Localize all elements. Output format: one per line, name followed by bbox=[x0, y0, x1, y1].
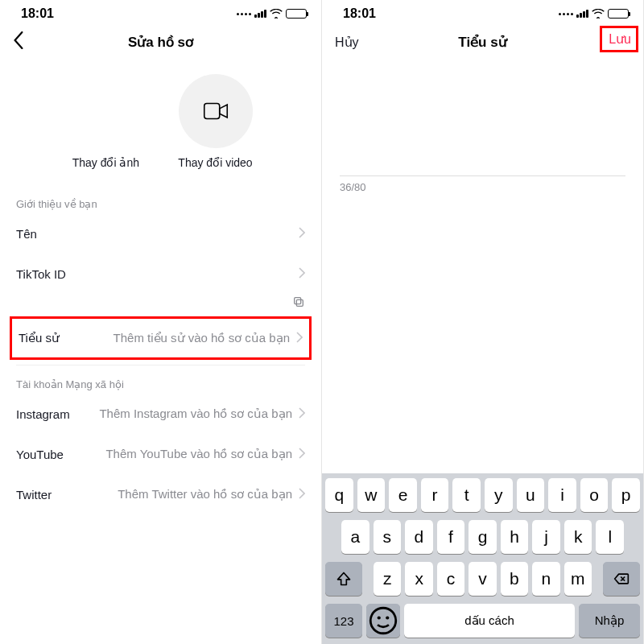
row-twitter[interactable]: Twitter Thêm Twitter vào hồ sơ của bạn bbox=[16, 474, 305, 514]
key-e[interactable]: e bbox=[389, 478, 417, 512]
chevron-right-icon bbox=[299, 488, 305, 502]
shift-icon bbox=[336, 571, 352, 587]
key-g[interactable]: g bbox=[469, 520, 497, 554]
wifi-icon bbox=[592, 9, 605, 19]
change-video-button[interactable]: Thay đổi video bbox=[178, 74, 252, 169]
key-z[interactable]: z bbox=[374, 562, 401, 596]
row-name-label: Tên bbox=[16, 227, 37, 241]
change-video-label: Thay đổi video bbox=[178, 156, 252, 169]
key-c[interactable]: c bbox=[437, 562, 464, 596]
battery-icon bbox=[608, 9, 629, 19]
key-d[interactable]: d bbox=[405, 520, 433, 554]
spacer bbox=[322, 196, 643, 473]
keyboard: qwertyuiop asdfghjkl zxcvbnm 123 dấu các… bbox=[322, 473, 643, 644]
key-b[interactable]: b bbox=[501, 562, 528, 596]
enter-key[interactable]: Nhập bbox=[579, 604, 640, 638]
keyboard-row-2: asdfghjkl bbox=[325, 520, 640, 554]
row-instagram-placeholder: Thêm Instagram vào hồ sơ của bạn bbox=[70, 407, 299, 421]
key-m[interactable]: m bbox=[564, 562, 592, 596]
screen-bio-editor: 18:01 Hủy Tiểu sử Lưu 36/80 qwertyuiop a… bbox=[322, 0, 644, 644]
chevron-right-icon bbox=[299, 227, 305, 241]
bio-counter: 36/80 bbox=[340, 181, 625, 193]
key-n[interactable]: n bbox=[532, 562, 559, 596]
key-h[interactable]: h bbox=[501, 520, 529, 554]
chevron-right-icon bbox=[299, 407, 305, 421]
avatar-placeholder bbox=[68, 74, 142, 148]
divider bbox=[340, 175, 625, 176]
change-photo-button[interactable]: Thay đổi ảnh bbox=[68, 74, 142, 169]
key-f[interactable]: f bbox=[437, 520, 465, 554]
bio-input[interactable] bbox=[340, 71, 625, 175]
key-y[interactable]: y bbox=[485, 478, 513, 512]
svg-point-3 bbox=[370, 608, 396, 634]
keyboard-row-1: qwertyuiop bbox=[325, 478, 640, 512]
save-button[interactable]: Lưu bbox=[609, 32, 631, 46]
media-row: Thay đổi ảnh Thay đổi video bbox=[0, 60, 321, 188]
copy-id-button[interactable] bbox=[0, 294, 321, 315]
copy-icon bbox=[292, 295, 305, 308]
emoji-key[interactable] bbox=[366, 604, 400, 638]
key-q[interactable]: q bbox=[325, 478, 353, 512]
signal-dots-icon bbox=[237, 13, 251, 15]
signal-dots-icon bbox=[559, 13, 573, 15]
row-instagram[interactable]: Instagram Thêm Instagram vào hồ sơ của b… bbox=[16, 394, 305, 434]
chevron-right-icon bbox=[299, 267, 305, 281]
key-u[interactable]: u bbox=[517, 478, 545, 512]
key-r[interactable]: r bbox=[421, 478, 449, 512]
key-o[interactable]: o bbox=[580, 478, 609, 512]
battery-icon bbox=[286, 9, 307, 19]
social-rows: Instagram Thêm Instagram vào hồ sơ của b… bbox=[0, 394, 321, 514]
svg-point-5 bbox=[386, 616, 389, 619]
space-key[interactable]: dấu cách bbox=[404, 604, 575, 638]
row-bio-highlight: Tiểu sử Thêm tiểu sử vào hồ sơ của bạn bbox=[10, 316, 312, 360]
status-time: 18:01 bbox=[21, 6, 54, 21]
row-twitter-label: Twitter bbox=[16, 488, 52, 502]
key-k[interactable]: k bbox=[564, 520, 592, 554]
row-bio[interactable]: Tiểu sử Thêm tiểu sử vào hồ sơ của bạn bbox=[19, 319, 303, 357]
row-twitter-placeholder: Thêm Twitter vào hồ sơ của bạn bbox=[52, 487, 299, 502]
row-tiktokid[interactable]: TikTok ID bbox=[16, 254, 305, 294]
numbers-key[interactable]: 123 bbox=[325, 604, 362, 638]
section-about-label: Giới thiệu về bạn bbox=[0, 188, 321, 213]
key-s[interactable]: s bbox=[374, 520, 402, 554]
video-icon bbox=[179, 74, 253, 148]
svg-point-4 bbox=[378, 616, 381, 619]
svg-rect-1 bbox=[296, 299, 303, 306]
cancel-button[interactable]: Hủy bbox=[335, 35, 375, 50]
key-x[interactable]: x bbox=[405, 562, 432, 596]
shift-key[interactable] bbox=[325, 562, 362, 596]
status-indicators bbox=[557, 9, 629, 19]
key-l[interactable]: l bbox=[596, 520, 624, 554]
key-p[interactable]: p bbox=[612, 478, 640, 512]
row-youtube-placeholder: Thêm YouTube vào hồ sơ của bạn bbox=[64, 447, 299, 461]
row-instagram-label: Instagram bbox=[16, 407, 70, 421]
signal-bars-icon bbox=[576, 10, 588, 18]
chevron-right-icon bbox=[296, 332, 303, 345]
divider bbox=[16, 365, 305, 365]
keyboard-row-3: zxcvbnm bbox=[325, 562, 640, 596]
row-youtube[interactable]: YouTube Thêm YouTube vào hồ sơ của bạn bbox=[16, 434, 305, 474]
nav-bar: Hủy Tiểu sử bbox=[322, 24, 643, 60]
row-bio-placeholder: Thêm tiểu sử vào hồ sơ của bạn bbox=[60, 331, 296, 345]
key-w[interactable]: w bbox=[357, 478, 386, 512]
backspace-icon bbox=[613, 571, 630, 587]
status-indicators bbox=[235, 9, 307, 19]
signal-bars-icon bbox=[254, 10, 266, 18]
key-j[interactable]: j bbox=[532, 520, 560, 554]
back-button[interactable] bbox=[13, 31, 53, 52]
status-bar: 18:01 bbox=[0, 0, 321, 24]
svg-rect-2 bbox=[295, 298, 301, 304]
wifi-icon bbox=[270, 9, 283, 19]
key-i[interactable]: i bbox=[548, 478, 576, 512]
screen-edit-profile: 18:01 Sửa hồ sơ Thay đổi ảnh Thay đổi vi… bbox=[0, 0, 322, 644]
row-name[interactable]: Tên bbox=[16, 213, 305, 254]
key-v[interactable]: v bbox=[469, 562, 496, 596]
row-bio-label: Tiểu sử bbox=[19, 331, 60, 345]
keyboard-row-bottom: 123 dấu cách Nhập bbox=[325, 604, 640, 638]
emoji-icon bbox=[366, 604, 400, 638]
bio-area: 36/80 bbox=[322, 60, 643, 196]
key-a[interactable]: a bbox=[341, 520, 369, 554]
key-t[interactable]: t bbox=[452, 478, 481, 512]
backspace-key[interactable] bbox=[603, 562, 640, 596]
chevron-right-icon bbox=[299, 448, 305, 461]
